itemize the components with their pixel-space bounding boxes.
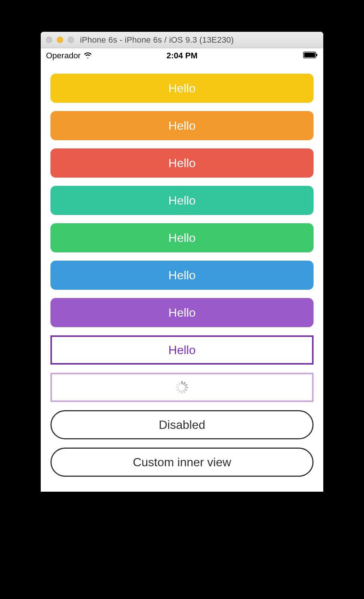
wifi-icon — [84, 51, 92, 61]
button-label: Hello — [169, 268, 196, 282]
battery-icon — [303, 51, 318, 61]
hello-button-blue[interactable]: Hello — [50, 261, 314, 290]
window-title: iPhone 6s - iPhone 6s / iOS 9.3 (13E230) — [74, 35, 318, 45]
button-label: Hello — [169, 82, 196, 95]
svg-rect-2 — [316, 54, 317, 56]
app-content: Hello Hello Hello Hello Hello Hello Hell… — [41, 63, 323, 492]
ios-status-bar: Operador 2:04 PM — [41, 48, 323, 63]
button-label: Hello — [169, 156, 196, 170]
button-label: Hello — [169, 306, 196, 320]
close-window-button[interactable] — [46, 37, 52, 43]
hello-button-purple[interactable]: Hello — [50, 298, 314, 327]
hello-button-yellow[interactable]: Hello — [50, 74, 314, 103]
minimize-window-button[interactable] — [57, 37, 63, 43]
simulator-window: iPhone 6s - iPhone 6s / iOS 9.3 (13E230)… — [41, 32, 323, 492]
disabled-button[interactable]: Disabled — [50, 410, 314, 439]
maximize-window-button[interactable] — [68, 37, 74, 43]
hello-button-teal[interactable]: Hello — [50, 186, 314, 215]
button-label: Disabled — [159, 418, 206, 432]
status-bar-time: 2:04 PM — [166, 51, 197, 61]
button-label: Hello — [169, 343, 196, 357]
hello-button-red[interactable]: Hello — [50, 148, 314, 178]
activity-indicator-icon — [176, 381, 188, 394]
button-label: Hello — [169, 194, 196, 208]
loading-button[interactable] — [50, 373, 314, 402]
carrier-label: Operador — [46, 51, 81, 61]
traffic-lights — [46, 37, 74, 43]
svg-rect-1 — [304, 53, 315, 57]
button-label: Custom inner view — [133, 455, 231, 469]
status-bar-left: Operador — [46, 51, 92, 61]
hello-button-outlined[interactable]: Hello — [50, 335, 314, 365]
window-titlebar: iPhone 6s - iPhone 6s / iOS 9.3 (13E230) — [41, 32, 323, 48]
custom-inner-view-button[interactable]: Custom inner view — [50, 448, 314, 477]
button-label: Hello — [169, 231, 196, 245]
button-label: Hello — [169, 119, 196, 133]
hello-button-orange[interactable]: Hello — [50, 111, 314, 140]
hello-button-green[interactable]: Hello — [50, 223, 314, 252]
status-bar-right — [303, 51, 318, 61]
